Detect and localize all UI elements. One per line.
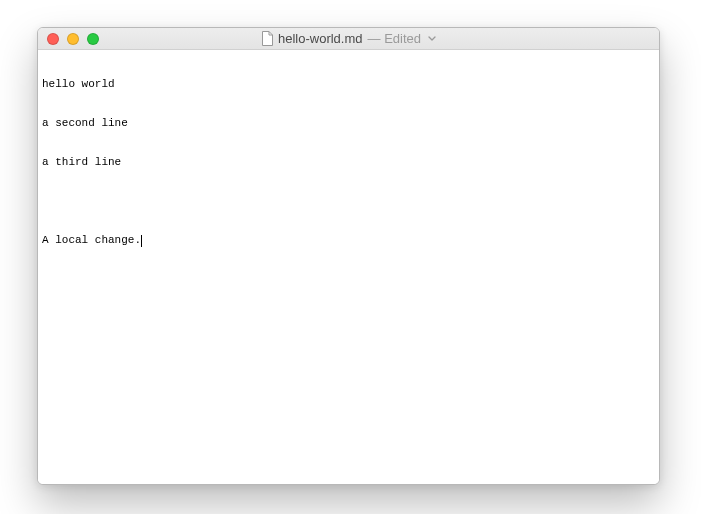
file-icon [261,31,273,46]
editor-line: a second line [42,117,655,130]
edited-status-label: — Edited [368,31,421,46]
text-editor-window: hello-world.md — Edited hello world a se… [37,27,660,485]
chevron-down-icon[interactable] [428,36,436,41]
minimize-button[interactable] [67,33,79,45]
editor-line: hello world [42,78,655,91]
text-cursor [141,235,142,247]
maximize-button[interactable] [87,33,99,45]
filename-label: hello-world.md [278,31,363,46]
window-title[interactable]: hello-world.md — Edited [38,31,659,46]
text-editor-area[interactable]: hello world a second line a third line A… [38,50,659,484]
window-titlebar[interactable]: hello-world.md — Edited [38,28,659,50]
editor-line [42,195,655,208]
window-controls [38,33,99,45]
editor-line: a third line [42,156,655,169]
editor-line: A local change. [42,234,655,247]
close-button[interactable] [47,33,59,45]
